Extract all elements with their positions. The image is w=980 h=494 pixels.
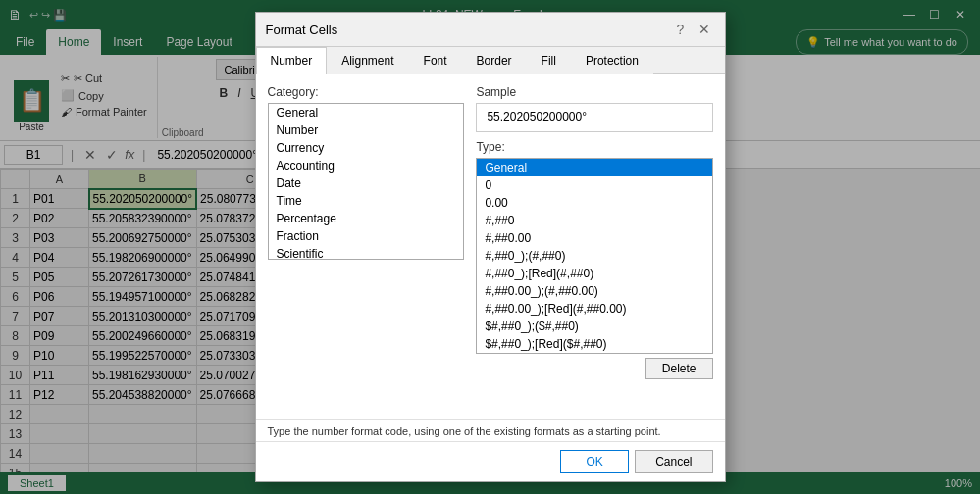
sample-value: 55.202050200000° (476, 103, 712, 132)
category-item[interactable]: Fraction (269, 227, 464, 245)
format-cells-dialog: Format Cells ? ✕ Number Alignment Font B… (255, 12, 726, 482)
dialog-footer-buttons: OK Cancel (256, 441, 725, 481)
type-item[interactable]: #,##0_);[Red](#,##0) (477, 265, 711, 282)
dialog-titlebar: Format Cells ? ✕ (256, 13, 725, 47)
category-section: Category: GeneralNumberCurrencyAccountin… (268, 85, 465, 379)
delete-button[interactable]: Delete (645, 358, 713, 379)
dialog-tab-alignment[interactable]: Alignment (327, 47, 408, 74)
dialog-tab-fill[interactable]: Fill (527, 47, 571, 74)
dialog-tab-number[interactable]: Number (256, 47, 328, 74)
type-list[interactable]: General00.00#,##0#,##0.00#,##0_);(#,##0)… (476, 158, 712, 354)
type-item[interactable]: General (477, 159, 711, 176)
category-item[interactable]: Date (269, 174, 464, 192)
dialog-tab-font[interactable]: Font (409, 47, 462, 74)
dialog-tab-border[interactable]: Border (462, 47, 527, 74)
delete-btn-row: Delete (476, 358, 712, 379)
sample-section: Sample 55.202050200000° (476, 85, 712, 132)
dialog-close-button[interactable]: ✕ (694, 19, 715, 40)
dialog-main-content: Category: GeneralNumberCurrencyAccountin… (268, 85, 713, 379)
dialog-help-button[interactable]: ? (670, 19, 692, 40)
category-item[interactable]: Scientific (269, 245, 464, 260)
type-label: Type: (476, 140, 712, 154)
type-item[interactable]: #,##0_);(#,##0) (477, 247, 711, 265)
dialog-overlay: Format Cells ? ✕ Number Alignment Font B… (0, 0, 980, 494)
dialog-description: Type the number format code, using one o… (256, 419, 725, 441)
category-item[interactable]: Number (269, 122, 464, 139)
category-label: Category: (268, 85, 465, 99)
category-item[interactable]: Time (269, 192, 464, 210)
type-item[interactable]: 0 (477, 176, 711, 194)
type-section: Sample 55.202050200000° Type: General00.… (476, 85, 712, 379)
cancel-button[interactable]: Cancel (635, 450, 712, 473)
type-item[interactable]: #,##0 (477, 212, 711, 229)
category-item[interactable]: Accounting (269, 157, 464, 174)
sample-label: Sample (476, 85, 712, 99)
dialog-titlebar-buttons: ? ✕ (670, 19, 715, 40)
type-item[interactable]: #,##0.00_);[Red](#,##0.00) (477, 300, 711, 318)
dialog-tab-bar: Number Alignment Font Border Fill Protec… (256, 47, 725, 74)
category-item[interactable]: Currency (269, 139, 464, 157)
type-item[interactable]: 0.00 (477, 194, 711, 212)
type-item[interactable]: #,##0.00_);(#,##0.00) (477, 282, 711, 300)
dialog-title: Format Cells (266, 23, 338, 37)
type-section-inner: Type: General00.00#,##0#,##0.00#,##0_);(… (476, 140, 712, 379)
ok-button[interactable]: OK (560, 450, 629, 473)
category-item[interactable]: Percentage (269, 210, 464, 227)
type-item[interactable]: #,##0.00 (477, 229, 711, 247)
category-item[interactable]: General (269, 104, 464, 122)
dialog-body: Category: GeneralNumberCurrencyAccountin… (256, 74, 725, 419)
dialog-tab-protection[interactable]: Protection (571, 47, 653, 74)
type-item[interactable]: $#,##0_);($#,##0) (477, 318, 711, 335)
type-item[interactable]: $#,##0_);[Red]($#,##0) (477, 335, 711, 353)
category-list[interactable]: GeneralNumberCurrencyAccountingDateTimeP… (268, 103, 465, 260)
